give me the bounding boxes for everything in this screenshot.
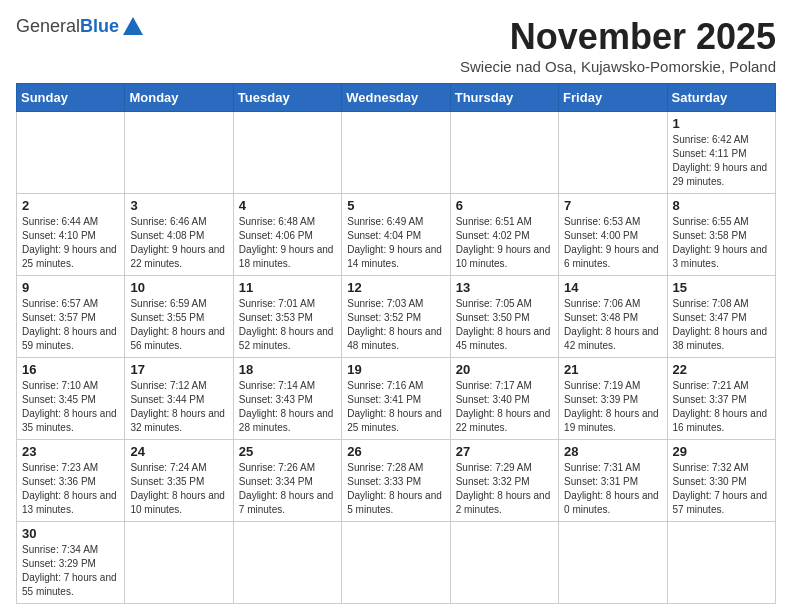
calendar-day-cell: 22Sunrise: 7:21 AM Sunset: 3:37 PM Dayli… bbox=[667, 358, 775, 440]
calendar-day-cell bbox=[667, 522, 775, 604]
calendar-day-cell: 5Sunrise: 6:49 AM Sunset: 4:04 PM Daylig… bbox=[342, 194, 450, 276]
column-header-thursday: Thursday bbox=[450, 84, 558, 112]
calendar-day-cell: 19Sunrise: 7:16 AM Sunset: 3:41 PM Dayli… bbox=[342, 358, 450, 440]
day-number: 2 bbox=[22, 198, 119, 213]
column-header-sunday: Sunday bbox=[17, 84, 125, 112]
day-info: Sunrise: 7:17 AM Sunset: 3:40 PM Dayligh… bbox=[456, 379, 553, 435]
calendar-day-cell bbox=[233, 522, 341, 604]
month-title: November 2025 bbox=[460, 16, 776, 58]
day-number: 24 bbox=[130, 444, 227, 459]
day-info: Sunrise: 7:26 AM Sunset: 3:34 PM Dayligh… bbox=[239, 461, 336, 517]
day-number: 12 bbox=[347, 280, 444, 295]
day-number: 26 bbox=[347, 444, 444, 459]
calendar-day-cell: 8Sunrise: 6:55 AM Sunset: 3:58 PM Daylig… bbox=[667, 194, 775, 276]
calendar-day-cell: 16Sunrise: 7:10 AM Sunset: 3:45 PM Dayli… bbox=[17, 358, 125, 440]
day-number: 23 bbox=[22, 444, 119, 459]
calendar-header-row: SundayMondayTuesdayWednesdayThursdayFrid… bbox=[17, 84, 776, 112]
column-header-wednesday: Wednesday bbox=[342, 84, 450, 112]
day-number: 11 bbox=[239, 280, 336, 295]
day-number: 21 bbox=[564, 362, 661, 377]
day-number: 5 bbox=[347, 198, 444, 213]
day-number: 4 bbox=[239, 198, 336, 213]
day-number: 15 bbox=[673, 280, 770, 295]
day-info: Sunrise: 6:44 AM Sunset: 4:10 PM Dayligh… bbox=[22, 215, 119, 271]
day-number: 8 bbox=[673, 198, 770, 213]
calendar-day-cell: 2Sunrise: 6:44 AM Sunset: 4:10 PM Daylig… bbox=[17, 194, 125, 276]
calendar-day-cell: 27Sunrise: 7:29 AM Sunset: 3:32 PM Dayli… bbox=[450, 440, 558, 522]
calendar-day-cell bbox=[450, 522, 558, 604]
day-number: 7 bbox=[564, 198, 661, 213]
day-number: 20 bbox=[456, 362, 553, 377]
calendar-day-cell bbox=[17, 112, 125, 194]
calendar-day-cell: 12Sunrise: 7:03 AM Sunset: 3:52 PM Dayli… bbox=[342, 276, 450, 358]
logo: General Blue bbox=[16, 16, 143, 37]
calendar-week-row: 9Sunrise: 6:57 AM Sunset: 3:57 PM Daylig… bbox=[17, 276, 776, 358]
calendar-day-cell bbox=[559, 112, 667, 194]
title-area: November 2025 Swiecie nad Osa, Kujawsko-… bbox=[460, 16, 776, 75]
column-header-tuesday: Tuesday bbox=[233, 84, 341, 112]
calendar-day-cell bbox=[450, 112, 558, 194]
day-number: 16 bbox=[22, 362, 119, 377]
calendar-day-cell: 10Sunrise: 6:59 AM Sunset: 3:55 PM Dayli… bbox=[125, 276, 233, 358]
calendar-day-cell: 24Sunrise: 7:24 AM Sunset: 3:35 PM Dayli… bbox=[125, 440, 233, 522]
day-number: 10 bbox=[130, 280, 227, 295]
day-info: Sunrise: 6:51 AM Sunset: 4:02 PM Dayligh… bbox=[456, 215, 553, 271]
day-number: 27 bbox=[456, 444, 553, 459]
day-info: Sunrise: 6:49 AM Sunset: 4:04 PM Dayligh… bbox=[347, 215, 444, 271]
calendar-week-row: 30Sunrise: 7:34 AM Sunset: 3:29 PM Dayli… bbox=[17, 522, 776, 604]
day-info: Sunrise: 7:16 AM Sunset: 3:41 PM Dayligh… bbox=[347, 379, 444, 435]
day-info: Sunrise: 7:32 AM Sunset: 3:30 PM Dayligh… bbox=[673, 461, 770, 517]
calendar-day-cell: 23Sunrise: 7:23 AM Sunset: 3:36 PM Dayli… bbox=[17, 440, 125, 522]
calendar-day-cell: 11Sunrise: 7:01 AM Sunset: 3:53 PM Dayli… bbox=[233, 276, 341, 358]
day-info: Sunrise: 7:34 AM Sunset: 3:29 PM Dayligh… bbox=[22, 543, 119, 599]
column-header-saturday: Saturday bbox=[667, 84, 775, 112]
day-number: 18 bbox=[239, 362, 336, 377]
day-number: 3 bbox=[130, 198, 227, 213]
logo-general-text: General bbox=[16, 16, 80, 37]
calendar-week-row: 1Sunrise: 6:42 AM Sunset: 4:11 PM Daylig… bbox=[17, 112, 776, 194]
day-number: 30 bbox=[22, 526, 119, 541]
logo-blue-text: Blue bbox=[80, 16, 119, 37]
calendar-day-cell: 28Sunrise: 7:31 AM Sunset: 3:31 PM Dayli… bbox=[559, 440, 667, 522]
day-number: 29 bbox=[673, 444, 770, 459]
day-number: 1 bbox=[673, 116, 770, 131]
calendar-day-cell: 13Sunrise: 7:05 AM Sunset: 3:50 PM Dayli… bbox=[450, 276, 558, 358]
calendar-day-cell bbox=[125, 522, 233, 604]
calendar-day-cell: 26Sunrise: 7:28 AM Sunset: 3:33 PM Dayli… bbox=[342, 440, 450, 522]
day-info: Sunrise: 7:29 AM Sunset: 3:32 PM Dayligh… bbox=[456, 461, 553, 517]
day-number: 13 bbox=[456, 280, 553, 295]
day-number: 25 bbox=[239, 444, 336, 459]
day-info: Sunrise: 7:10 AM Sunset: 3:45 PM Dayligh… bbox=[22, 379, 119, 435]
calendar-day-cell: 21Sunrise: 7:19 AM Sunset: 3:39 PM Dayli… bbox=[559, 358, 667, 440]
day-info: Sunrise: 6:59 AM Sunset: 3:55 PM Dayligh… bbox=[130, 297, 227, 353]
day-number: 9 bbox=[22, 280, 119, 295]
day-number: 28 bbox=[564, 444, 661, 459]
day-info: Sunrise: 7:01 AM Sunset: 3:53 PM Dayligh… bbox=[239, 297, 336, 353]
day-info: Sunrise: 7:05 AM Sunset: 3:50 PM Dayligh… bbox=[456, 297, 553, 353]
day-info: Sunrise: 7:23 AM Sunset: 3:36 PM Dayligh… bbox=[22, 461, 119, 517]
day-info: Sunrise: 7:03 AM Sunset: 3:52 PM Dayligh… bbox=[347, 297, 444, 353]
calendar-day-cell: 3Sunrise: 6:46 AM Sunset: 4:08 PM Daylig… bbox=[125, 194, 233, 276]
day-number: 22 bbox=[673, 362, 770, 377]
day-number: 17 bbox=[130, 362, 227, 377]
day-info: Sunrise: 6:42 AM Sunset: 4:11 PM Dayligh… bbox=[673, 133, 770, 189]
calendar-day-cell: 18Sunrise: 7:14 AM Sunset: 3:43 PM Dayli… bbox=[233, 358, 341, 440]
column-header-monday: Monday bbox=[125, 84, 233, 112]
location-subtitle: Swiecie nad Osa, Kujawsko-Pomorskie, Pol… bbox=[460, 58, 776, 75]
calendar-week-row: 2Sunrise: 6:44 AM Sunset: 4:10 PM Daylig… bbox=[17, 194, 776, 276]
day-number: 6 bbox=[456, 198, 553, 213]
calendar-day-cell bbox=[233, 112, 341, 194]
calendar-day-cell: 30Sunrise: 7:34 AM Sunset: 3:29 PM Dayli… bbox=[17, 522, 125, 604]
day-info: Sunrise: 6:46 AM Sunset: 4:08 PM Dayligh… bbox=[130, 215, 227, 271]
day-info: Sunrise: 7:08 AM Sunset: 3:47 PM Dayligh… bbox=[673, 297, 770, 353]
calendar-day-cell bbox=[559, 522, 667, 604]
header: General Blue November 2025 Swiecie nad O… bbox=[16, 16, 776, 75]
calendar-day-cell: 17Sunrise: 7:12 AM Sunset: 3:44 PM Dayli… bbox=[125, 358, 233, 440]
calendar-week-row: 23Sunrise: 7:23 AM Sunset: 3:36 PM Dayli… bbox=[17, 440, 776, 522]
logo-triangle-icon bbox=[123, 17, 143, 35]
day-info: Sunrise: 7:14 AM Sunset: 3:43 PM Dayligh… bbox=[239, 379, 336, 435]
day-info: Sunrise: 7:31 AM Sunset: 3:31 PM Dayligh… bbox=[564, 461, 661, 517]
calendar-day-cell: 9Sunrise: 6:57 AM Sunset: 3:57 PM Daylig… bbox=[17, 276, 125, 358]
calendar-table: SundayMondayTuesdayWednesdayThursdayFrid… bbox=[16, 83, 776, 604]
day-info: Sunrise: 6:48 AM Sunset: 4:06 PM Dayligh… bbox=[239, 215, 336, 271]
